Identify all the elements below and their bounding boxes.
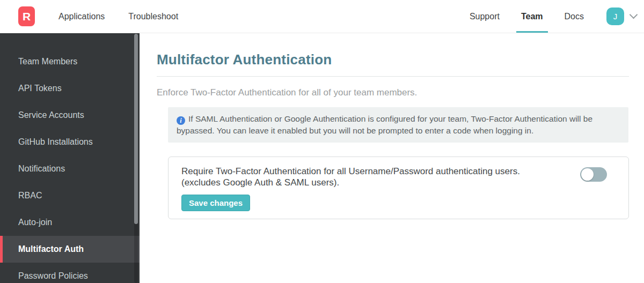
mfa-setting-card: Require Two-Factor Authentication for al… [168,157,629,219]
mfa-setting-label: Require Two-Factor Authentication for al… [181,166,616,188]
sidebar-item-multifactor-auth[interactable]: Multifactor Auth [0,236,140,263]
nav-applications[interactable]: Applications [58,0,105,33]
user-avatar[interactable]: J [606,8,624,25]
header-spacer [202,0,448,33]
mfa-toggle[interactable] [580,167,607,182]
info-banner: iIf SAML Authentication or Google Authen… [168,107,628,143]
chevron-down-icon[interactable] [630,11,638,19]
page-title: Multifactor Authentication [157,51,644,68]
account-menu[interactable]: J [606,0,636,33]
sidebar-item-api-tokens[interactable]: API Tokens [0,75,140,102]
secondary-nav: Support Team Docs [448,0,584,33]
save-changes-button[interactable]: Save changes [181,195,250,211]
sidebar-scrollbar-thumb[interactable] [134,34,138,224]
main-content: Multifactor Authentication Enforce Two-F… [140,33,644,283]
primary-nav: Applications Troubleshoot [58,0,202,33]
nav-troubleshoot[interactable]: Troubleshoot [128,0,178,33]
mfa-toggle-knob[interactable] [581,168,594,181]
nav-docs[interactable]: Docs [565,0,584,33]
info-icon: i [177,116,185,125]
sidebar-item-password-policies[interactable]: Password Policies [0,263,140,283]
settings-section: iIf SAML Authentication or Google Authen… [168,107,628,219]
top-header: R Applications Troubleshoot Support Team… [0,0,644,33]
rollbar-logo-icon[interactable]: R [18,6,35,26]
nav-support[interactable]: Support [470,0,500,33]
sidebar-item-rbac[interactable]: RBAC [0,182,140,209]
sidebar-item-service-accounts[interactable]: Service Accounts [0,102,140,129]
sidebar-nav-list: Team Members API Tokens Service Accounts… [0,33,140,283]
settings-sidebar: Team Members API Tokens Service Accounts… [0,33,140,283]
sidebar-item-team-members[interactable]: Team Members [0,48,140,75]
title-divider [157,76,629,77]
mfa-setting-label-line1: Require Two-Factor Authentication for al… [181,166,546,177]
info-banner-text: If SAML Authentication or Google Authent… [177,114,592,135]
sidebar-item-github-installations[interactable]: GitHub Installations [0,129,140,155]
sidebar-item-notifications[interactable]: Notifications [0,155,140,182]
nav-team[interactable]: Team [521,0,543,33]
page-subtitle: Enforce Two-Factor Authentication for al… [157,87,644,98]
mfa-setting-label-line2: (excludes Google Auth & SAML users). [181,177,546,188]
sidebar-item-auto-join[interactable]: Auto-join [0,209,140,236]
